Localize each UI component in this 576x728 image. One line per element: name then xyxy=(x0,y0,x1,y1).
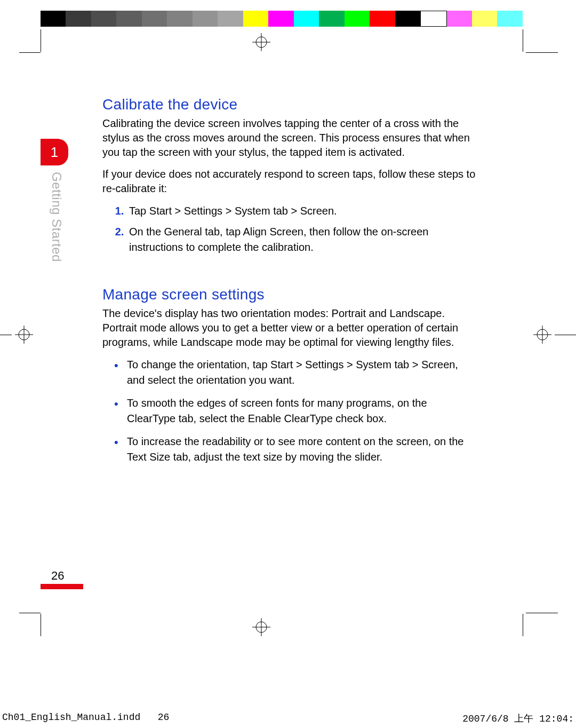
chapter-tab: 1 xyxy=(41,139,68,165)
section-label-vertical: Getting Started xyxy=(49,172,64,262)
color-calibration-bar xyxy=(41,11,523,27)
footer-file: Ch01_English_Manual.indd xyxy=(2,712,140,723)
list-item: To smooth the edges of screen fonts for … xyxy=(127,395,476,426)
registration-target-left-icon xyxy=(15,326,33,344)
bullet-list: To change the orientation, tap Start > S… xyxy=(102,357,476,465)
page-number: 26 xyxy=(51,569,64,583)
crop-mark xyxy=(555,335,576,335)
heading-manage-screen: Manage screen settings xyxy=(102,286,476,303)
crop-mark xyxy=(526,52,558,53)
crop-mark xyxy=(41,614,41,636)
registration-target-top-icon xyxy=(252,33,270,51)
paragraph: The device's display has two orientation… xyxy=(102,306,476,350)
list-item: To increase the readability or to see mo… xyxy=(127,434,476,465)
heading-calibrate: Calibrate the device xyxy=(102,96,476,113)
crop-mark xyxy=(523,614,523,636)
paragraph: If your device does not accurately respo… xyxy=(102,167,476,196)
footer-imprint: Ch01_English_Manual.indd 26 2007/6/8 上午 … xyxy=(0,712,576,725)
list-item: Tap Start > Settings > System tab > Scre… xyxy=(127,203,476,219)
chapter-number: 1 xyxy=(51,144,58,161)
registration-target-right-icon xyxy=(533,326,551,344)
page-number-bar xyxy=(41,584,83,589)
crop-mark xyxy=(526,613,558,613)
list-item: To change the orientation, tap Start > S… xyxy=(127,357,476,388)
footer-page: 26 xyxy=(158,712,170,723)
crop-mark xyxy=(19,613,41,613)
crop-mark xyxy=(41,29,41,52)
crop-mark xyxy=(0,335,12,335)
page-content: Calibrate the device Calibrating the dev… xyxy=(102,96,476,472)
footer-datetime: 2007/6/8 上午 12:04: xyxy=(462,712,574,725)
paragraph: Calibrating the device screen involves t… xyxy=(102,116,476,160)
registration-target-bottom-icon xyxy=(252,618,270,636)
crop-mark xyxy=(19,52,41,53)
crop-mark xyxy=(523,29,523,52)
ordered-list: Tap Start > Settings > System tab > Scre… xyxy=(102,203,476,255)
list-item: On the General tab, tap Align Screen, th… xyxy=(127,224,476,255)
